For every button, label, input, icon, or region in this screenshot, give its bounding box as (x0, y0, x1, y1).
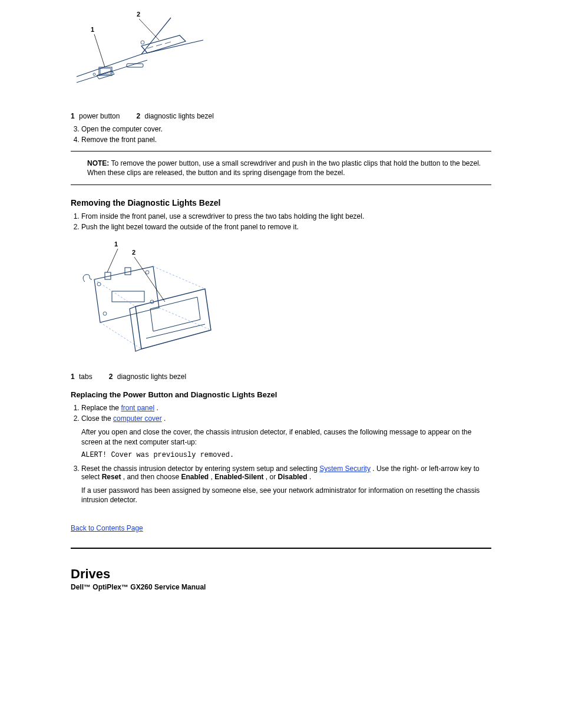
link-computer-cover[interactable]: computer cover (113, 414, 162, 423)
remove-steps-a: Open the computer cover. Remove the fron… (81, 125, 491, 144)
heading-replace-power-button: Replacing the Power Button and Diagnosti… (71, 390, 491, 399)
rs3-bold3: Enabled (181, 473, 209, 481)
remove-diag-step-1: From inside the front panel, use a screw… (81, 212, 491, 220)
section-divider (71, 548, 491, 549)
svg-rect-20 (112, 291, 144, 302)
figure2-callout-legend: 1 tabs 2 diagnostic lights bezel (71, 373, 491, 381)
figure1-legend-item-1: 1 power button (71, 112, 120, 120)
svg-point-18 (103, 312, 107, 315)
note-label: NOTE: (87, 159, 109, 167)
rs3-c: , and then choose (123, 473, 181, 481)
figure1-callout-legend: 1 power button 2 diagnostic lights bezel (71, 112, 491, 120)
svg-line-27 (134, 257, 165, 302)
rs3-bold5: Disabled (278, 473, 308, 481)
svg-line-21 (153, 266, 205, 289)
figure2-legend-item-1: 1 tabs (71, 373, 92, 381)
replace-step-1-a: Replace the (81, 404, 121, 412)
step-4: Remove the front panel. (81, 136, 491, 144)
svg-line-8 (156, 44, 162, 46)
figure2-callout-1: 1 (114, 241, 118, 248)
figure-diag-bezel-removal: 1 2 (71, 237, 491, 367)
svg-point-17 (146, 271, 149, 274)
chassis-intrusion-warn: After you open and close the cover, the … (81, 427, 491, 446)
remove-diag-steps: From inside the front panel, use a screw… (81, 212, 491, 231)
replace-step-3: Reset the chassis intrusion detector by … (81, 465, 491, 481)
rs3-bold2: Reset (102, 473, 121, 481)
link-back-to-contents[interactable]: Back to Contents Page (71, 524, 143, 532)
legend2-1-text: tabs (79, 373, 92, 381)
svg-rect-15 (125, 268, 131, 275)
svg-point-11 (93, 73, 95, 75)
figure-power-button-callouts: 1 2 (71, 6, 491, 106)
legend2-num: 2 (136, 112, 140, 120)
figure2-legend-item-2: 2 diagnostic lights bezel (109, 373, 186, 381)
legend2-text: diagnostic lights bezel (144, 112, 213, 120)
svg-line-22 (159, 308, 211, 330)
legend2-2-num: 2 (109, 373, 113, 381)
link-front-panel[interactable]: front panel (121, 404, 154, 412)
legend2-2-text: diagnostic lights bezel (117, 373, 186, 381)
figure1-callout-2: 2 (137, 11, 140, 18)
rs3-bold4: Enabled-Silent (214, 473, 263, 481)
svg-line-9 (165, 42, 171, 44)
svg-line-24 (100, 322, 141, 349)
legend1-text: power button (79, 112, 120, 120)
svg-line-7 (147, 47, 153, 48)
svg-line-23 (94, 279, 135, 307)
heading-drives: Drives (71, 566, 491, 582)
replace-step-1-b: . (156, 404, 158, 412)
svg-line-13 (139, 19, 159, 40)
svg-line-25 (146, 324, 205, 338)
heading-remove-diag-bezel: Removing the Diagnostic Lights Bezel (71, 198, 491, 207)
figure2-callout-2: 2 (132, 249, 135, 256)
rs3-e: , or (266, 473, 278, 481)
note-body: To remove the power button, use a small … (87, 159, 481, 177)
svg-point-16 (97, 282, 101, 286)
svg-line-26 (107, 249, 118, 272)
replace-steps: Replace the front panel . Close the comp… (81, 404, 491, 423)
figure2-svg: 1 2 (71, 237, 224, 367)
svg-line-12 (94, 34, 105, 67)
alert-msg: ALERT! Cover was previously removed. (81, 450, 491, 460)
svg-line-0 (77, 54, 141, 77)
svg-point-10 (141, 41, 144, 44)
legend1-num: 1 (71, 112, 75, 120)
figure1-callout-1: 1 (91, 26, 94, 33)
hint-user-password: If a user password has been assigned by … (81, 486, 491, 505)
rs3-f: . (309, 473, 311, 481)
link-system-security[interactable]: System Security (319, 465, 371, 473)
replace-step-2-b: . (164, 414, 166, 423)
replace-steps-continued: Reset the chassis intrusion detector by … (81, 465, 491, 481)
note-box: NOTE: To remove the power button, use a … (71, 151, 491, 185)
legend2-1-num: 1 (71, 373, 75, 381)
step-3: Open the computer cover. (81, 125, 491, 133)
replace-step-2-a: Close the (81, 414, 113, 423)
rs3-a: Reset the chassis intrusion detector by … (81, 465, 319, 473)
replace-step-2: Close the computer cover . (81, 414, 491, 423)
heading-drives-subtitle: Dell™ OptiPlex™ GX260 Service Manual (71, 583, 491, 591)
remove-diag-step-2: Push the light bezel toward the outside … (81, 223, 491, 231)
figure1-svg: 1 2 (71, 6, 206, 106)
figure1-legend-item-2: 2 diagnostic lights bezel (136, 112, 213, 120)
replace-step-1: Replace the front panel . (81, 404, 491, 412)
